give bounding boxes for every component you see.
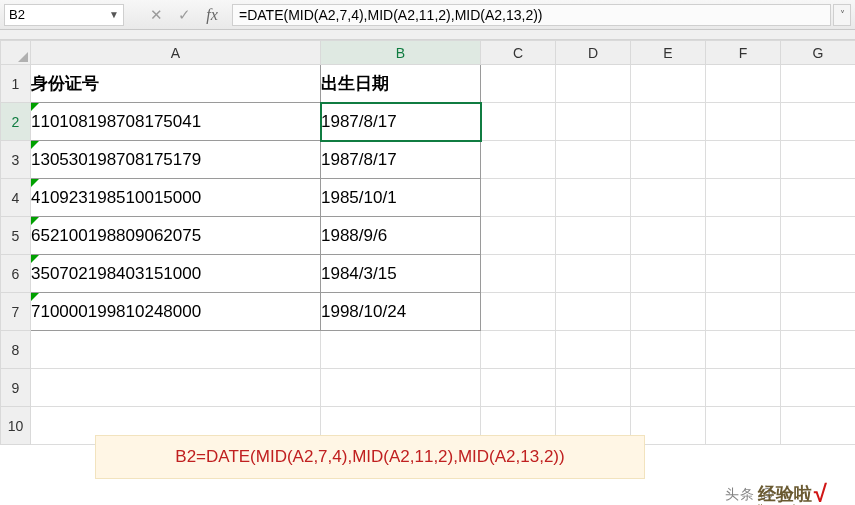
row-header-1[interactable]: 1	[1, 65, 31, 103]
table-row: 6 350702198403151000 1984/3/15	[1, 255, 856, 293]
cell-A7[interactable]: 710000199810248000	[31, 293, 321, 331]
cell-E5[interactable]	[631, 217, 706, 255]
cell-G9[interactable]	[781, 369, 856, 407]
table-row: 9	[1, 369, 856, 407]
cell-G5[interactable]	[781, 217, 856, 255]
cell-F1[interactable]	[706, 65, 781, 103]
cell-B5[interactable]: 1988/9/6	[321, 217, 481, 255]
cell-G3[interactable]	[781, 141, 856, 179]
table-row: 1 身份证号 出生日期	[1, 65, 856, 103]
cell-C2[interactable]	[481, 103, 556, 141]
cell-A5[interactable]: 652100198809062075	[31, 217, 321, 255]
cell-C4[interactable]	[481, 179, 556, 217]
accept-icon[interactable]: ✓	[170, 6, 198, 24]
col-header-E[interactable]: E	[631, 41, 706, 65]
cell-F4[interactable]	[706, 179, 781, 217]
col-header-A[interactable]: A	[31, 41, 321, 65]
formula-input[interactable]: =DATE(MID(A2,7,4),MID(A2,11,2),MID(A2,13…	[232, 4, 831, 26]
cell-D1[interactable]	[556, 65, 631, 103]
col-header-G[interactable]: G	[781, 41, 856, 65]
cell-C9[interactable]	[481, 369, 556, 407]
cell-E4[interactable]	[631, 179, 706, 217]
cell-A4[interactable]: 410923198510015000	[31, 179, 321, 217]
cell-A8[interactable]	[31, 331, 321, 369]
table-row: 2 110108198708175041 1987/8/17	[1, 103, 856, 141]
cell-B7[interactable]: 1998/10/24	[321, 293, 481, 331]
cell-A6[interactable]: 350702198403151000	[31, 255, 321, 293]
cell-G10[interactable]	[781, 407, 856, 445]
cell-E1[interactable]	[631, 65, 706, 103]
row-header-4[interactable]: 4	[1, 179, 31, 217]
name-box[interactable]: B2 ▼	[4, 4, 124, 26]
cell-D9[interactable]	[556, 369, 631, 407]
row-header-8[interactable]: 8	[1, 331, 31, 369]
cell-F6[interactable]	[706, 255, 781, 293]
cell-G6[interactable]	[781, 255, 856, 293]
cell-G2[interactable]	[781, 103, 856, 141]
cell-D7[interactable]	[556, 293, 631, 331]
cell-G7[interactable]	[781, 293, 856, 331]
spreadsheet-grid[interactable]: A B C D E F G 1 身份证号 出生日期 2 110108198708…	[0, 40, 855, 445]
row-header-5[interactable]: 5	[1, 217, 31, 255]
cell-B3[interactable]: 1987/8/17	[321, 141, 481, 179]
cell-F10[interactable]	[706, 407, 781, 445]
cell-C3[interactable]	[481, 141, 556, 179]
cell-D6[interactable]	[556, 255, 631, 293]
cell-D5[interactable]	[556, 217, 631, 255]
formula-bar: B2 ▼ ✕ ✓ fx =DATE(MID(A2,7,4),MID(A2,11,…	[0, 0, 855, 30]
row-header-9[interactable]: 9	[1, 369, 31, 407]
cell-B6[interactable]: 1984/3/15	[321, 255, 481, 293]
expand-formula-bar-button[interactable]: ˅	[833, 4, 851, 26]
row-header-2[interactable]: 2	[1, 103, 31, 141]
cell-A1[interactable]: 身份证号	[31, 65, 321, 103]
cell-D2[interactable]	[556, 103, 631, 141]
col-header-F[interactable]: F	[706, 41, 781, 65]
row-header-3[interactable]: 3	[1, 141, 31, 179]
cell-B4[interactable]: 1985/10/1	[321, 179, 481, 217]
cell-E8[interactable]	[631, 331, 706, 369]
row-header-10[interactable]: 10	[1, 407, 31, 445]
cell-F2[interactable]	[706, 103, 781, 141]
cell-C5[interactable]	[481, 217, 556, 255]
cancel-icon[interactable]: ✕	[142, 6, 170, 24]
cell-C1[interactable]	[481, 65, 556, 103]
fx-icon[interactable]: fx	[198, 6, 226, 24]
col-header-B[interactable]: B	[321, 41, 481, 65]
name-box-dropdown-icon[interactable]: ▼	[109, 9, 119, 20]
cell-E9[interactable]	[631, 369, 706, 407]
formula-controls: ✕ ✓ fx	[142, 6, 226, 24]
cell-C8[interactable]	[481, 331, 556, 369]
name-box-value: B2	[9, 7, 25, 22]
cell-A3[interactable]: 130530198708175179	[31, 141, 321, 179]
col-header-C[interactable]: C	[481, 41, 556, 65]
cell-E3[interactable]	[631, 141, 706, 179]
cell-A9[interactable]	[31, 369, 321, 407]
cell-F9[interactable]	[706, 369, 781, 407]
cell-F3[interactable]	[706, 141, 781, 179]
cell-E2[interactable]	[631, 103, 706, 141]
cell-F5[interactable]	[706, 217, 781, 255]
cell-B8[interactable]	[321, 331, 481, 369]
cell-B1[interactable]: 出生日期	[321, 65, 481, 103]
cell-F7[interactable]	[706, 293, 781, 331]
cell-E6[interactable]	[631, 255, 706, 293]
cell-D8[interactable]	[556, 331, 631, 369]
cell-B9[interactable]	[321, 369, 481, 407]
cell-A2[interactable]: 110108198708175041	[31, 103, 321, 141]
column-header-row: A B C D E F G	[1, 41, 856, 65]
row-header-7[interactable]: 7	[1, 293, 31, 331]
col-header-D[interactable]: D	[556, 41, 631, 65]
row-header-6[interactable]: 6	[1, 255, 31, 293]
select-all-corner[interactable]	[1, 41, 31, 65]
cell-D4[interactable]	[556, 179, 631, 217]
cell-G4[interactable]	[781, 179, 856, 217]
table-row: 3 130530198708175179 1987/8/17	[1, 141, 856, 179]
cell-D3[interactable]	[556, 141, 631, 179]
cell-G1[interactable]	[781, 65, 856, 103]
cell-C7[interactable]	[481, 293, 556, 331]
cell-C6[interactable]	[481, 255, 556, 293]
cell-G8[interactable]	[781, 331, 856, 369]
cell-E7[interactable]	[631, 293, 706, 331]
cell-B2[interactable]: 1987/8/17	[321, 103, 481, 141]
cell-F8[interactable]	[706, 331, 781, 369]
